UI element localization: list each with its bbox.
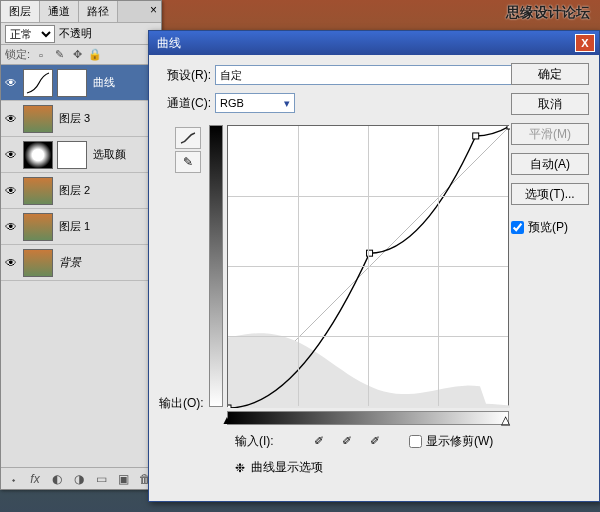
show-clipping-input[interactable] xyxy=(409,435,422,448)
channel-label: 通道(C): xyxy=(159,95,215,112)
auto-button[interactable]: 自动(A) xyxy=(511,153,589,175)
visibility-icon[interactable]: 👁 xyxy=(1,184,21,198)
white-point-slider[interactable]: △ xyxy=(501,413,510,427)
layer-thumb-curves[interactable] xyxy=(23,69,53,97)
layers-panel: 图层 通道 路径 × 正常 不透明 锁定: ▫ ✎ ✥ 🔒 👁 曲线 👁 图层 … xyxy=(0,0,162,490)
layer-row[interactable]: 👁 图层 1 xyxy=(1,209,161,245)
options-button[interactable]: 选项(T)... xyxy=(511,183,589,205)
curve-line[interactable] xyxy=(228,126,510,408)
lock-label: 锁定: xyxy=(5,47,30,62)
layer-thumb[interactable] xyxy=(23,249,53,277)
channel-select[interactable]: RGB ▾ xyxy=(215,93,295,113)
black-eyedropper-icon[interactable]: ✐ xyxy=(309,431,329,451)
layers-list: 👁 曲线 👁 图层 3 👁 选取颜 👁 图层 2 👁 图层 1 👁 xyxy=(1,65,161,467)
blend-mode-select[interactable]: 正常 xyxy=(5,25,55,43)
close-icon[interactable]: X xyxy=(575,34,595,52)
curves-dialog: 曲线 X 预设(R): 自定 ▾ ☰ 通道(C): RGB ▾ ✎ xyxy=(148,30,600,502)
link-icon[interactable]: ⬩ xyxy=(5,471,21,487)
layer-name[interactable]: 图层 1 xyxy=(59,219,161,234)
layer-name[interactable]: 背景 xyxy=(59,255,161,270)
layer-thumb[interactable] xyxy=(23,213,53,241)
visibility-icon[interactable]: 👁 xyxy=(1,112,21,126)
lock-transparency-icon[interactable]: ▫ xyxy=(34,48,48,62)
watermark-text: 思缘设计论坛 xyxy=(506,4,590,22)
preset-value: 自定 xyxy=(220,68,242,83)
preview-input[interactable] xyxy=(511,221,524,234)
input-label: 输入(I): xyxy=(235,433,274,450)
preview-label: 预览(P) xyxy=(528,219,568,236)
disclose-label: 曲线显示选项 xyxy=(251,459,323,476)
curve-tool-point[interactable] xyxy=(175,127,201,149)
visibility-icon[interactable]: 👁 xyxy=(1,220,21,234)
panel-menu-icon[interactable]: × xyxy=(146,1,161,22)
ok-button[interactable]: 确定 xyxy=(511,63,589,85)
channel-value: RGB xyxy=(220,97,244,109)
gray-eyedropper-icon[interactable]: ✐ xyxy=(337,431,357,451)
show-clipping-label: 显示修剪(W) xyxy=(426,433,493,450)
dialog-title: 曲线 xyxy=(153,35,575,52)
tab-paths[interactable]: 路径 xyxy=(79,1,118,22)
lock-all-icon[interactable]: 🔒 xyxy=(88,48,102,62)
black-point-slider[interactable]: ▲ xyxy=(221,413,233,427)
layers-panel-tabs: 图层 通道 路径 × xyxy=(1,1,161,23)
layers-panel-footer: ⬩ fx ◐ ◑ ▭ ▣ 🗑 xyxy=(1,467,161,489)
svg-rect-1 xyxy=(228,405,231,408)
tab-channels[interactable]: 通道 xyxy=(40,1,79,22)
output-label: 输出(O): xyxy=(159,395,204,412)
dialog-titlebar[interactable]: 曲线 X xyxy=(149,31,599,55)
layer-name[interactable]: 图层 3 xyxy=(59,111,161,126)
layer-name[interactable]: 图层 2 xyxy=(59,183,161,198)
group-icon[interactable]: ▭ xyxy=(93,471,109,487)
layer-mask-thumb[interactable] xyxy=(57,69,87,97)
curve-tool-pencil[interactable]: ✎ xyxy=(175,151,201,173)
layer-row[interactable]: 👁 选取颜 xyxy=(1,137,161,173)
new-layer-icon[interactable]: ▣ xyxy=(115,471,131,487)
layer-row[interactable]: 👁 图层 3 xyxy=(1,101,161,137)
visibility-icon[interactable]: 👁 xyxy=(1,256,21,270)
preview-checkbox[interactable]: 预览(P) xyxy=(511,219,589,236)
layer-thumb[interactable] xyxy=(23,105,53,133)
layer-thumb[interactable] xyxy=(23,177,53,205)
white-eyedropper-icon[interactable]: ✐ xyxy=(365,431,385,451)
visibility-icon[interactable]: 👁 xyxy=(1,76,21,90)
svg-rect-4 xyxy=(507,126,510,129)
output-gradient xyxy=(209,125,223,407)
chevron-down-icon: ▾ xyxy=(284,97,290,110)
layer-mask-thumb[interactable] xyxy=(57,141,87,169)
curves-graph[interactable] xyxy=(227,125,509,407)
show-clipping-checkbox[interactable]: 显示修剪(W) xyxy=(409,433,493,450)
tab-layers[interactable]: 图层 xyxy=(1,1,40,22)
preset-label: 预设(R): xyxy=(159,67,215,84)
svg-rect-3 xyxy=(473,133,479,139)
fx-icon[interactable]: fx xyxy=(27,471,43,487)
visibility-icon[interactable]: 👁 xyxy=(1,148,21,162)
lock-paint-icon[interactable]: ✎ xyxy=(52,48,66,62)
layer-thumb-adjust[interactable] xyxy=(23,141,53,169)
mask-icon[interactable]: ◐ xyxy=(49,471,65,487)
layer-row[interactable]: 👁 曲线 xyxy=(1,65,161,101)
adjustment-icon[interactable]: ◑ xyxy=(71,471,87,487)
disclosure-icon: ❉ xyxy=(235,461,245,475)
lock-position-icon[interactable]: ✥ xyxy=(70,48,84,62)
curve-display-options[interactable]: ❉ 曲线显示选项 xyxy=(235,459,323,476)
layer-row[interactable]: 👁 图层 2 xyxy=(1,173,161,209)
input-gradient xyxy=(227,411,509,425)
opacity-label: 不透明 xyxy=(59,26,92,41)
layer-row[interactable]: 👁 背景 xyxy=(1,245,161,281)
smooth-button: 平滑(M) xyxy=(511,123,589,145)
cancel-button[interactable]: 取消 xyxy=(511,93,589,115)
